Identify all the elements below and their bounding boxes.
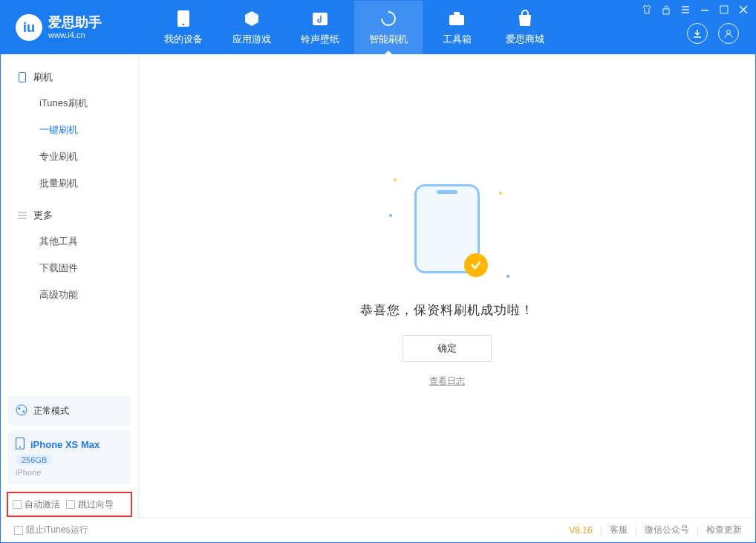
maximize-button[interactable] — [718, 4, 730, 16]
header-right-buttons — [687, 23, 739, 44]
separator: | — [697, 525, 699, 536]
mode-icon — [16, 404, 27, 418]
list-icon — [17, 210, 27, 221]
tab-apps[interactable]: 应用游戏 — [218, 1, 286, 54]
tab-flash[interactable]: 智能刷机 — [354, 1, 423, 54]
title-bar: iu 爱思助手 www.i4.cn 我的设备 应用游戏 铃声壁纸 智能刷机 工具… — [1, 1, 755, 54]
tab-label: 智能刷机 — [369, 33, 408, 46]
separator: | — [600, 525, 602, 536]
sidebar-item-firmware[interactable]: 下载固件 — [1, 255, 138, 282]
profile-button[interactable] — [718, 23, 739, 44]
success-illustration — [414, 184, 480, 273]
menu-icon[interactable] — [680, 4, 691, 16]
briefcase-icon — [447, 9, 466, 28]
sidebar-item-oneclick-flash[interactable]: 一键刷机 — [1, 117, 138, 143]
success-message: 恭喜您，保资料刷机成功啦！ — [360, 302, 534, 319]
music-folder-icon — [310, 9, 330, 28]
tab-my-device[interactable]: 我的设备 — [149, 1, 218, 54]
logo-area: iu 爱思助手 www.i4.cn — [1, 14, 149, 41]
device-name: iPhone XS Max — [30, 439, 100, 450]
tab-ringtones[interactable]: 铃声壁纸 — [286, 1, 354, 54]
window-controls — [641, 4, 749, 16]
status-bar: 阻止iTunes运行 V8.16 | 客服 | 微信公众号 | 检查更新 — [1, 517, 755, 542]
wechat-link[interactable]: 微信公众号 — [645, 524, 689, 536]
download-button[interactable] — [687, 23, 708, 44]
main-content: 恭喜您，保资料刷机成功啦！ 确定 查看日志 — [139, 54, 755, 517]
footer-right: V8.16 | 客服 | 微信公众号 | 检查更新 — [569, 524, 742, 536]
separator: | — [635, 525, 637, 536]
svg-point-10 — [19, 407, 21, 409]
version-label: V8.16 — [569, 525, 592, 536]
svg-rect-8 — [19, 73, 26, 82]
svg-point-1 — [183, 24, 185, 26]
lock-icon[interactable] — [660, 4, 672, 16]
tab-toolbox[interactable]: 工具箱 — [423, 1, 491, 54]
svg-point-13 — [19, 446, 21, 448]
app-name: 爱思助手 — [48, 16, 102, 30]
svg-rect-4 — [454, 12, 460, 16]
minimize-button[interactable] — [699, 4, 711, 16]
phone-icon — [174, 9, 193, 28]
shirt-icon[interactable] — [641, 4, 653, 16]
ok-button[interactable]: 确定 — [403, 335, 492, 362]
tab-label: 工具箱 — [443, 33, 472, 46]
sidebar-item-other-tools[interactable]: 其他工具 — [1, 228, 138, 255]
checkbox-icon — [66, 500, 75, 509]
svg-rect-2 — [313, 13, 328, 25]
checkbox-icon — [13, 500, 22, 509]
sidebar-item-advanced[interactable]: 高级功能 — [1, 282, 138, 308]
device-type: iPhone — [16, 468, 123, 477]
app-domain: www.i4.cn — [48, 30, 102, 39]
main-tabs: 我的设备 应用游戏 铃声壁纸 智能刷机 工具箱 爱思商城 — [149, 1, 559, 54]
phone-small-icon — [17, 72, 27, 82]
check-update-link[interactable]: 检查更新 — [706, 524, 742, 536]
checkbox-skip-guide[interactable]: 跳过向导 — [66, 498, 114, 511]
svg-rect-6 — [720, 6, 728, 13]
sidebar-section-flash: 刷机 — [1, 65, 138, 90]
device-capacity: 256GB — [16, 455, 53, 465]
tab-label: 爱思商城 — [506, 33, 544, 46]
svg-point-9 — [16, 405, 27, 415]
checkbox-label: 自动激活 — [25, 498, 60, 511]
checkbox-block-itunes[interactable]: 阻止iTunes运行 — [14, 524, 88, 536]
checkbox-label: 跳过向导 — [78, 498, 114, 511]
support-link[interactable]: 客服 — [610, 524, 628, 536]
checkbox-auto-activate[interactable]: 自动激活 — [13, 498, 60, 511]
sidebar-item-batch-flash[interactable]: 批量刷机 — [1, 170, 138, 197]
tab-label: 应用游戏 — [232, 33, 271, 46]
checkbox-icon — [14, 526, 23, 535]
body: 刷机 iTunes刷机 一键刷机 专业刷机 批量刷机 更多 其他工具 下载固件 … — [1, 54, 755, 517]
cube-icon — [242, 9, 261, 28]
view-log-link[interactable]: 查看日志 — [429, 375, 465, 388]
svg-rect-3 — [449, 15, 464, 25]
tab-label: 我的设备 — [164, 33, 203, 46]
tab-label: 铃声壁纸 — [301, 33, 339, 46]
section-label: 刷机 — [33, 71, 53, 84]
sidebar: 刷机 iTunes刷机 一键刷机 专业刷机 批量刷机 更多 其他工具 下载固件 … — [1, 54, 139, 517]
svg-rect-5 — [663, 9, 669, 14]
svg-point-11 — [23, 410, 25, 412]
sidebar-section-more: 更多 — [1, 203, 138, 228]
bag-icon — [515, 9, 535, 28]
sidebar-item-pro-flash[interactable]: 专业刷机 — [1, 143, 138, 170]
checkbox-label: 阻止iTunes运行 — [26, 524, 88, 536]
device-area: 正常模式 iPhone XS Max 256GB iPhone 自动激活 跳过向… — [1, 391, 138, 517]
app-logo-icon: iu — [16, 14, 42, 41]
phone-blue-icon — [16, 438, 25, 452]
mode-label: 正常模式 — [33, 405, 69, 417]
section-label: 更多 — [33, 209, 53, 222]
sidebar-item-itunes-flash[interactable]: iTunes刷机 — [1, 90, 138, 117]
close-button[interactable] — [737, 4, 749, 16]
phone-outline-icon — [414, 184, 480, 273]
svg-point-7 — [727, 30, 731, 34]
highlight-options: 自动激活 跳过向导 — [7, 492, 132, 517]
device-mode-card[interactable]: 正常模式 — [8, 396, 131, 426]
tab-store[interactable]: 爱思商城 — [491, 1, 559, 54]
checkmark-badge-icon — [464, 253, 488, 277]
logo-text: 爱思助手 www.i4.cn — [48, 16, 102, 39]
device-info-card[interactable]: iPhone XS Max 256GB iPhone — [8, 430, 131, 484]
sync-icon — [379, 9, 398, 28]
